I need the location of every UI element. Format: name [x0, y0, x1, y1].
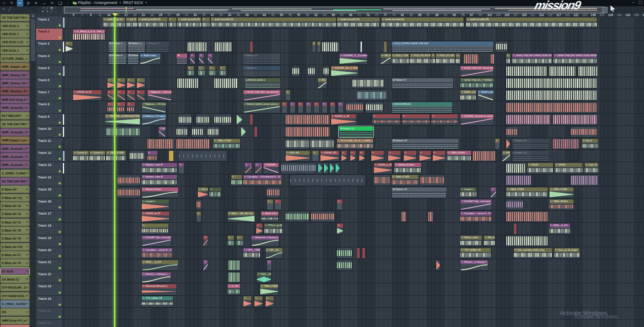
clip[interactable]: ⊨ Impact 1 [460, 187, 477, 198]
track-led-icon[interactable] [59, 182, 61, 184]
track-led-icon[interactable] [59, 304, 61, 306]
clip[interactable] [336, 248, 353, 259]
clip[interactable] [168, 150, 174, 161]
clip[interactable]: ⊨ [336, 223, 344, 234]
clip[interactable]: ⊨ [265, 296, 274, 307]
clip[interactable]: ⊨ KS..6 [582, 138, 599, 149]
chevron-down-icon[interactable]: ▾ [119, 1, 121, 4]
picker-item[interactable]: HMR_Acoustic_Sna...✛ [0, 145, 29, 153]
clip[interactable] [506, 138, 510, 149]
clip[interactable]: ≣ [176, 53, 188, 64]
clip[interactable] [178, 114, 192, 125]
clip[interactable] [436, 260, 440, 271]
track-header[interactable]: Track 19… [36, 235, 62, 247]
track-led-icon[interactable] [59, 292, 61, 294]
track-led-icon[interactable] [59, 134, 61, 136]
clip[interactable] [322, 41, 339, 52]
picker-toolbar[interactable]: ≈╱ [3, 7, 14, 11]
clip[interactable]: ⊨ [141, 223, 169, 234]
clip[interactable]: ⊨ RE..E [380, 53, 391, 64]
picker-item[interactable]: VE THE DAY PSY KI...✛ [0, 14, 29, 22]
clip[interactable]: ⊨ 789A_FTER [106, 150, 126, 161]
clip[interactable] [176, 126, 188, 137]
clip[interactable]: ⊨ Build Lead [139, 53, 161, 64]
clip[interactable]: ⊨ [243, 296, 252, 307]
track-header[interactable]: Track 18… [36, 223, 62, 235]
clip[interactable]: ⊨ Mission..nare B [141, 162, 177, 174]
clip[interactable]: ⊨ [254, 296, 263, 307]
clip[interactable]: ≣ Pattern 9 [391, 78, 454, 89]
picker-item[interactable]: S_cymbal_crash_...✛ [0, 325, 29, 327]
clip[interactable]: ⊨ Aus_cy_sh_huge [554, 248, 580, 259]
clip[interactable]: ↗ [490, 187, 496, 198]
bar-ruler[interactable]: 5791113151719212325272931333537394143454… [62, 13, 644, 17]
picker-item[interactable]: S_EHM3_CLIMAX_...✛ [0, 170, 29, 177]
clip[interactable]: ⊨ audio [vocals] (5) [177, 17, 201, 28]
clip[interactable] [196, 114, 209, 125]
clip[interactable]: ⊨ KSHM_p_06 [373, 162, 392, 174]
clip[interactable]: ↗ [203, 235, 208, 246]
picker-item[interactable]: HMR_Acoustic_Sna...✛ [0, 128, 29, 136]
track-led-icon[interactable] [59, 25, 61, 26]
clip[interactable]: ⊨ Cym..9 – D [584, 162, 599, 174]
clip[interactable] [553, 114, 597, 125]
clip[interactable]: ⊨ [147, 150, 158, 161]
clip[interactable]: ⊨ [187, 66, 194, 77]
track-led-icon[interactable] [59, 146, 61, 148]
clip[interactable]: ⊨ audio [vocals] (5) [466, 17, 597, 28]
clip[interactable] [360, 41, 362, 52]
clip[interactable] [362, 248, 365, 259]
clip[interactable] [62, 150, 65, 161]
clip[interactable]: ⊨ [117, 102, 126, 113]
clip[interactable] [292, 66, 300, 77]
clip[interactable]: ⊨ [196, 211, 201, 222]
track-header[interactable]: Track 20… [36, 247, 62, 259]
picker-item[interactable]: YER KICK 3✛ [0, 22, 29, 30]
clip[interactable]: ⊨ [372, 114, 401, 125]
clip[interactable] [570, 126, 597, 137]
clip[interactable] [428, 211, 433, 222]
window-buttons[interactable]: –▢ [632, 0, 642, 4]
clip[interactable]: ⊨ KULTURE_DN..E_4_D#M_172 [336, 138, 373, 149]
clip[interactable]: ⊨ [330, 102, 336, 113]
picker-item[interactable]: D Bass A#✛ [0, 186, 29, 193]
track-header[interactable]: Track 25… [36, 308, 62, 320]
clip[interactable] [335, 162, 340, 174]
track-led-icon[interactable] [59, 243, 61, 245]
clip[interactable]: ⊨ [127, 78, 135, 89]
clip[interactable] [62, 41, 65, 52]
clip[interactable]: ⊨ [371, 150, 384, 161]
clip[interactable]: ⊨ audio [vocals] (5) [381, 17, 464, 28]
window-button[interactable]: – [632, 0, 634, 4]
track-header[interactable]: Track 14… [36, 174, 62, 186]
picker-item[interactable]: S_IXRK1_GATED_P...✛ [0, 300, 29, 308]
track-header[interactable]: Track 5… [36, 65, 62, 77]
clip[interactable]: ⊨ [127, 102, 135, 113]
clip[interactable] [506, 102, 597, 113]
picker-item[interactable]: ST kICK✛ [0, 268, 29, 275]
clip[interactable]: ⊨ [65, 41, 73, 52]
clip[interactable]: ⊨ Aus_cymbal_crash_hug [513, 248, 553, 259]
clip[interactable] [323, 66, 329, 77]
clip[interactable] [506, 90, 597, 101]
picker-item[interactable]: HMR_Sweep_Dow...✛ [0, 71, 29, 79]
clip[interactable]: ⊨ TTS Upfilter 05 [141, 296, 173, 307]
clip[interactable]: ↗ Balance –..FO level [141, 102, 166, 113]
clip[interactable]: ⊨ [388, 150, 401, 161]
clip[interactable]: ⊨ 789A_FTER [213, 138, 241, 149]
clip[interactable]: × Pattern 6 [243, 66, 281, 77]
clip[interactable]: ⊨ KSHM..an 07 [141, 211, 170, 222]
clip[interactable] [207, 126, 219, 137]
clip[interactable]: ⊨ [267, 260, 272, 271]
picker-item[interactable]: HMR Drop FX Loop...✛ [0, 317, 29, 324]
track-led-icon[interactable] [59, 85, 61, 87]
clip[interactable]: ⊨ 789A_FTER [391, 174, 419, 186]
clip[interactable]: ⊨ [312, 41, 316, 52]
clip[interactable]: ⊨ [227, 235, 234, 246]
clip[interactable] [214, 41, 232, 52]
track-led-icon[interactable] [59, 279, 61, 281]
clip[interactable] [228, 260, 241, 271]
picker-item[interactable]: YER KICK 1 #2✛ [0, 38, 29, 46]
picker-item[interactable]: DS✛ [0, 308, 29, 316]
clip[interactable] [490, 53, 495, 64]
